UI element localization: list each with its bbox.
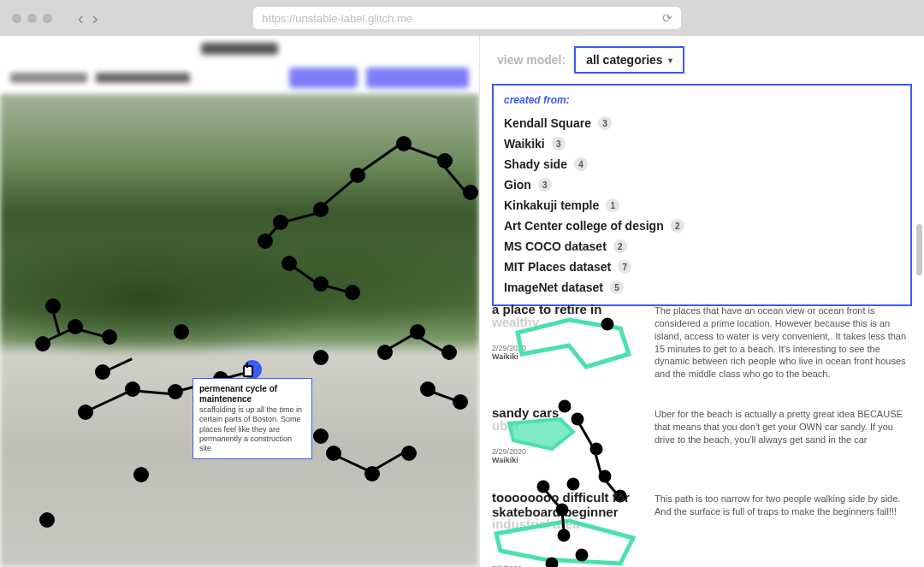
created-from-label: created from: [504,94,900,106]
source-item[interactable]: Waikiki3 [504,133,900,154]
source-item[interactable]: MIT Places dataset7 [504,257,900,277]
card-description: Uber for the beach is actually a pretty … [654,406,912,465]
left-canvas-pane: permenant cycle of maintenence scaffoldi… [0,36,479,567]
scrollbar-thumb[interactable] [916,224,922,275]
source-item[interactable]: MS COCO dataset2 [504,236,900,257]
card-description: This path is too narrow for two people w… [654,491,912,567]
created-from-box: created from: Kendall Square3 Waikiki3 S… [492,84,912,306]
source-item[interactable]: Gion3 [504,174,900,195]
right-panel: view model: all categories ▾ created fro… [479,36,924,567]
window-controls [12,14,52,23]
nav-arrows: ‹ › [78,9,98,28]
node-graph[interactable] [0,94,479,567]
source-item[interactable]: Shady side4 [504,154,900,174]
browser-chrome: ‹ › https://unstable-label.glitch.me ⟳ [0,0,924,36]
dropdown-value: all categories [586,53,663,67]
annotation-card[interactable]: toooooooo difficult for skateboard begin… [492,481,912,567]
maximize-window-icon[interactable] [43,14,52,23]
source-item[interactable]: Kendall Square3 [504,113,900,133]
source-item[interactable]: Kinkakuji temple1 [504,195,900,216]
url-text: https://unstable-label.glitch.me [262,12,412,25]
chevron-down-icon: ▾ [668,56,672,65]
card-description: The places that have an ocean view or oc… [654,303,912,381]
annotation-card[interactable]: sandy cars uber 2/29/2020Waikiki Uber fo [492,396,912,481]
node-tooltip: permenant cycle of maintenence scaffoldi… [192,378,312,459]
card-thumbnail: toooooooo difficult for skateboard begin… [492,491,637,567]
card-thumbnail: sandy cars uber 2/29/2020Waikiki [492,406,637,465]
card-meta: 2/29/2020Waikiki [492,447,637,466]
card-tag: uber [492,419,637,432]
annotation-card[interactable]: a place to retire in wealthy 2/29/2020Wa… [492,292,912,396]
close-window-icon[interactable] [12,14,21,23]
page-content: permenant cycle of maintenence scaffoldi… [0,36,924,567]
url-bar[interactable]: https://unstable-label.glitch.me ⟳ [253,7,681,29]
card-tag: wealthy [492,316,637,328]
tooltip-body: scaffolding is up all the time in certai… [199,405,302,452]
source-item[interactable]: Art Center college of design2 [504,216,900,236]
pointer-cursor-icon [240,363,256,378]
category-dropdown[interactable]: all categories ▾ [574,46,684,74]
tooltip-title: permenant cycle of maintenence [199,384,305,404]
back-button[interactable]: ‹ [78,9,84,28]
card-thumbnail: a place to retire in wealthy 2/29/2020Wa… [492,303,637,381]
forward-button[interactable]: › [92,9,98,28]
reload-icon[interactable]: ⟳ [662,11,672,25]
right-panel-header: view model: all categories ▾ [480,36,924,84]
card-meta: 2/29/2020Waikiki [492,344,637,363]
card-list: a place to retire in wealthy 2/29/2020Wa… [492,292,912,567]
minimize-window-icon[interactable] [27,14,37,23]
view-model-label: view model: [497,53,566,67]
